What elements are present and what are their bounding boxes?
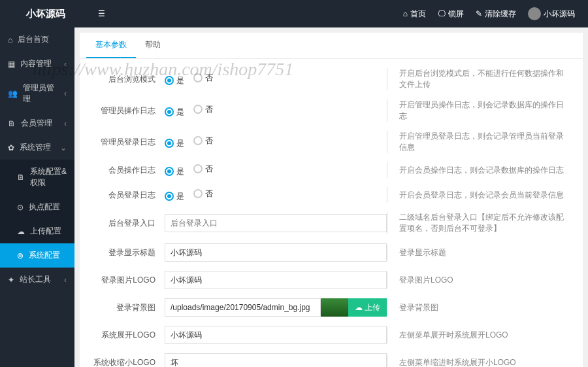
radio-yes[interactable]: 是: [165, 138, 184, 149]
home-icon: ⌂: [403, 9, 408, 18]
field-description: 开启会员登录日志，则会记录会员当前登录信息: [387, 187, 570, 203]
field-description: 开启后台浏览模式后，不能进行任何数据操作和文件上传: [387, 68, 570, 90]
form-row: 系统展开LOGO左侧菜单展开时系统展开LOGO: [93, 326, 570, 344]
field-label: 系统展开LOGO: [93, 330, 165, 341]
sidebar: ⌂后台首页 ▦内容管理 👥管理员管理 🗎会员管理 ✿系统管理 🗎系统配置&权限 …: [0, 27, 74, 367]
field-description: 开启管理员登录日志，则会记录管理员当前登录信息: [387, 131, 570, 153]
sidebar-item-dashboard[interactable]: ⌂后台首页: [0, 27, 74, 52]
radio-dot-icon: [193, 73, 203, 82]
field-description: 二级域名后台登录入口【绑定后不允许修改该配置项名，否则后台不可登录】: [387, 212, 570, 234]
radio-label: 是: [176, 107, 184, 118]
nav-lock[interactable]: 🖵锁屏: [438, 9, 464, 20]
field-description: 登录背景图: [387, 300, 570, 315]
field-label: 会员登录日志: [93, 190, 165, 201]
nav-home[interactable]: ⌂首页: [403, 9, 426, 20]
sidebar-item-webmaster[interactable]: ✦站长工具: [0, 268, 74, 292]
grid-icon: ▦: [8, 60, 15, 69]
radio-no[interactable]: 否: [193, 104, 213, 115]
field-label: 会员操作日志: [93, 165, 165, 176]
eraser-icon: ✎: [476, 9, 482, 18]
field-label: 登录背景图: [93, 302, 165, 313]
topbar: 小坏源码 ☰ ⌂首页 🖵锁屏 ✎清除缓存 小坏源码: [0, 0, 588, 27]
sidebar-item-system-config[interactable]: ⊚系统配置: [0, 243, 74, 268]
upload-button[interactable]: ☁ 上传: [348, 298, 387, 317]
radio-label: 是: [176, 191, 184, 202]
radio-dot-icon: [165, 107, 174, 116]
sidebar-item-system[interactable]: ✿系统管理: [0, 135, 74, 160]
lock-icon: 🖵: [438, 9, 446, 18]
tab-help[interactable]: 帮助: [136, 33, 170, 58]
radio-label: 是: [176, 138, 184, 149]
sidebar-item-content[interactable]: ▦内容管理: [0, 52, 74, 76]
form-row: 后台浏览模式是否开启后台浏览模式后，不能进行任何数据操作和文件上传: [93, 68, 570, 90]
tab-basic[interactable]: 基本参数: [86, 33, 136, 58]
field-description: 登录显示标题: [387, 245, 570, 260]
field-label: 后台浏览模式: [93, 74, 165, 85]
form-row: 管理员登录日志是否开启管理员登录日志，则会记录管理员当前登录信息: [93, 131, 570, 153]
image-thumbnail[interactable]: [321, 298, 348, 317]
radio-label: 否: [205, 104, 213, 115]
radio-yes[interactable]: 是: [165, 75, 184, 86]
radio-dot-icon: [165, 167, 174, 176]
field-label: 后台登录入口: [93, 218, 165, 229]
text-input[interactable]: [165, 271, 387, 289]
field-description: 左侧菜单展开时系统展开LOGO: [387, 327, 570, 343]
sidebar-item-site-config[interactable]: ⊙执点配置: [0, 195, 74, 219]
text-input[interactable]: [165, 326, 387, 344]
image-path-input[interactable]: [165, 298, 321, 317]
form-row: 后台登录入口二级域名后台登录入口【绑定后不允许修改该配置项名，否则后台不可登录】: [93, 212, 570, 234]
form-row: 登录显示标题登录显示标题: [93, 243, 570, 262]
nav-clear-cache[interactable]: ✎清除缓存: [476, 9, 516, 20]
radio-label: 否: [205, 73, 213, 84]
radio-dot-icon: [193, 136, 203, 145]
radio-yes[interactable]: 是: [165, 166, 184, 177]
radio-dot-icon: [165, 192, 174, 201]
radio-label: 是: [176, 166, 184, 177]
cloud-upload-icon: ☁: [355, 303, 363, 312]
sidebar-item-upload-config[interactable]: ☁上传配置: [0, 219, 74, 243]
field-description: 开启会员操作日志，则会记录数据库的操作日志: [387, 162, 570, 178]
radio-dot-icon: [193, 164, 203, 173]
sidebar-item-admin[interactable]: 👥管理员管理: [0, 76, 74, 111]
sidebar-toggle-icon[interactable]: ☰: [91, 9, 111, 18]
field-label: 管理员登录日志: [93, 137, 165, 148]
users-icon: 👥: [8, 89, 18, 98]
avatar: [528, 7, 541, 20]
sidebar-item-sysconfig-perm[interactable]: 🗎系统配置&权限: [0, 160, 74, 195]
sidebar-item-member[interactable]: 🗎会员管理: [0, 111, 74, 135]
main-panel: 基本参数 帮助 后台浏览模式是否开启后台浏览模式后，不能进行任何数据操作和文件上…: [80, 33, 583, 367]
gear-icon: ✿: [8, 143, 14, 152]
radio-no[interactable]: 否: [193, 73, 213, 84]
text-input[interactable]: [165, 353, 387, 367]
radio-label: 否: [205, 164, 213, 175]
upload-icon: ☁: [17, 227, 25, 236]
form-row: 系统收缩小LOGO左侧菜单缩进时系统展开小LOGO: [93, 353, 570, 367]
radio-dot-icon: [193, 105, 203, 114]
tabs: 基本参数 帮助: [80, 33, 583, 59]
text-input[interactable]: [165, 243, 387, 262]
radio-dot-icon: [165, 139, 174, 148]
radio-no[interactable]: 否: [193, 135, 213, 147]
field-description: 开启管理员操作日志，则会记录数据库的操作日志: [387, 99, 570, 122]
radio-no[interactable]: 否: [193, 188, 213, 200]
radio-label: 是: [176, 75, 184, 86]
field-description: 登录图片LOGO: [387, 272, 570, 288]
wrench-icon: ✦: [8, 275, 14, 285]
brand-logo: 小坏源码: [0, 8, 91, 20]
radio-dot-icon: [165, 76, 174, 85]
node-icon: ⊙: [17, 203, 24, 212]
field-label: 登录图片LOGO: [93, 275, 165, 286]
form-row: 管理员操作日志是否开启管理员操作日志，则会记录数据库的操作日志: [93, 99, 570, 122]
radio-no[interactable]: 否: [193, 164, 213, 175]
field-label: 登录显示标题: [93, 247, 165, 258]
form-row: 登录背景图☁ 上传登录背景图: [93, 298, 570, 317]
form-row: 会员操作日志是否开启会员操作日志，则会记录数据库的操作日志: [93, 162, 570, 178]
nav-user[interactable]: 小坏源码: [528, 7, 575, 20]
radio-label: 否: [205, 135, 213, 147]
radio-yes[interactable]: 是: [165, 191, 184, 202]
radio-label: 否: [205, 188, 213, 200]
sliders-icon: ⊚: [17, 251, 24, 260]
radio-yes[interactable]: 是: [165, 107, 184, 118]
text-input[interactable]: [165, 214, 387, 232]
doc-icon: 🗎: [17, 173, 25, 182]
